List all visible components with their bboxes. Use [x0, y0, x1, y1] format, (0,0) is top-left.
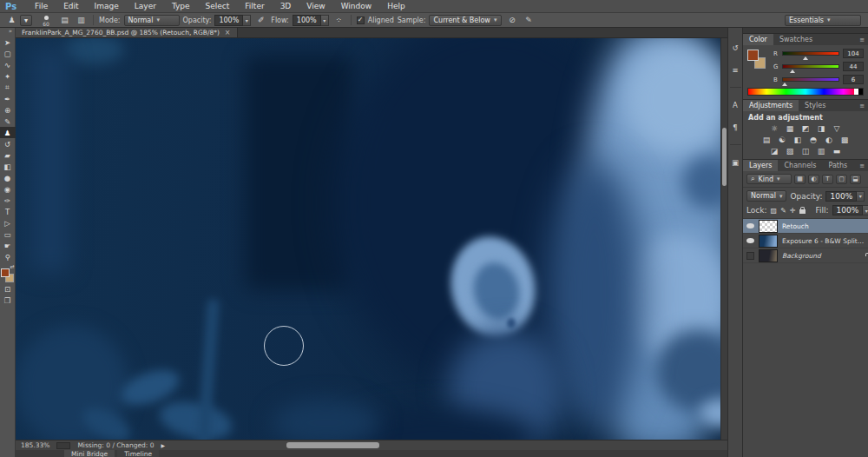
- ignore-adjustment-layers-icon[interactable]: ⊘: [505, 15, 518, 26]
- levels-icon[interactable]: ▦: [784, 123, 797, 134]
- document-tab[interactable]: FranklinPark_A_MG_2760_BB.psd @ 185% (Re…: [16, 28, 238, 37]
- filter-smart-objects-icon[interactable]: ⬓: [850, 175, 861, 184]
- quick-mask-button[interactable]: ⊡: [0, 283, 16, 295]
- layer-row-background[interactable]: Background: [743, 248, 868, 263]
- hue-saturation-icon[interactable]: ▤: [760, 135, 773, 145]
- posterize-icon[interactable]: ▨: [784, 146, 797, 156]
- tools-collapse-button[interactable]: »: [9, 28, 15, 36]
- menu-select[interactable]: Select: [198, 2, 238, 10]
- quick-selection-tool[interactable]: ✦: [0, 70, 16, 82]
- selective-color-icon[interactable]: ▬: [831, 146, 844, 156]
- zoom-percentage[interactable]: 185.33%: [21, 441, 49, 449]
- close-icon[interactable]: ×: [225, 29, 231, 36]
- gradient-map-icon[interactable]: ▥: [815, 146, 828, 156]
- vibrance-icon[interactable]: ▽: [831, 123, 844, 134]
- panel-menu-icon[interactable]: ≡: [856, 160, 868, 171]
- sample-dropdown[interactable]: Current & Below ▾: [429, 15, 502, 26]
- tab-channels[interactable]: Channels: [778, 160, 822, 171]
- menu-file[interactable]: File: [27, 2, 56, 10]
- vertical-scrollbar[interactable]: [720, 38, 727, 440]
- dodge-tool[interactable]: ◉: [0, 183, 16, 195]
- toggle-brush-panel-icon[interactable]: ▤: [58, 15, 71, 26]
- menu-3d[interactable]: 3D: [273, 2, 299, 10]
- layer-thumbnail[interactable]: [759, 220, 778, 233]
- opacity-field[interactable]: 100% ▾: [214, 15, 251, 26]
- blue-slider-thumb[interactable]: [782, 83, 787, 86]
- green-value[interactable]: 44: [843, 62, 864, 71]
- layer-visibility-toggle[interactable]: [743, 252, 757, 260]
- menu-view[interactable]: View: [299, 2, 332, 10]
- properties-panel-icon[interactable]: ≡: [729, 64, 742, 76]
- layer-opacity-field[interactable]: 100% ▾: [825, 191, 865, 202]
- history-panel-icon[interactable]: ↺: [729, 42, 742, 53]
- eraser-tool[interactable]: ▰: [0, 149, 16, 161]
- airbrush-icon[interactable]: ⁘: [332, 15, 345, 26]
- tab-adjustments[interactable]: Adjustments: [743, 100, 799, 111]
- menu-window[interactable]: Window: [333, 2, 380, 10]
- brush-tool[interactable]: ✎: [0, 116, 16, 127]
- gradient-tool[interactable]: ◧: [0, 161, 16, 172]
- green-slider[interactable]: [782, 64, 839, 69]
- menu-image[interactable]: Image: [87, 2, 127, 10]
- layer-row-retouch[interactable]: Retouch: [743, 219, 868, 234]
- color-balance-icon[interactable]: ☯: [776, 135, 789, 145]
- foreground-color-swatch[interactable]: [1, 268, 10, 277]
- lock-position-icon[interactable]: ✛: [790, 206, 796, 215]
- flow-field[interactable]: 100% ▾: [293, 15, 329, 26]
- menu-filter[interactable]: Filter: [237, 2, 272, 10]
- layer-visibility-toggle[interactable]: [743, 238, 757, 243]
- foreground-color-swatch[interactable]: [747, 50, 759, 61]
- filter-shape-layers-icon[interactable]: ▢: [836, 175, 847, 184]
- pressure-opacity-icon[interactable]: ✐: [254, 15, 267, 26]
- blue-slider[interactable]: [782, 77, 839, 82]
- tab-mini-bridge[interactable]: Mini Bridge: [64, 450, 115, 457]
- swap-colors-icon[interactable]: ⇄: [10, 263, 14, 269]
- lock-pixels-icon[interactable]: ✎: [780, 206, 786, 215]
- panel-menu-icon[interactable]: ≡: [856, 100, 868, 111]
- image-canvas[interactable]: [16, 38, 720, 440]
- shape-tool[interactable]: ▭: [0, 228, 16, 240]
- tab-timeline[interactable]: Timeline: [117, 450, 159, 457]
- filter-type-layers-icon[interactable]: T: [822, 175, 833, 184]
- brush-pressure-icon[interactable]: ✎: [522, 15, 535, 26]
- red-slider-thumb[interactable]: [803, 56, 808, 60]
- filter-adjustment-layers-icon[interactable]: ◐: [808, 175, 819, 184]
- layer-row-exposure[interactable]: Exposure 6 - B&W Split Toning - Cy...: [743, 234, 868, 248]
- paragraph-panel-icon[interactable]: ¶: [729, 122, 742, 133]
- mode-dropdown[interactable]: Normal ▾: [124, 15, 180, 26]
- hand-tool[interactable]: ☛: [0, 240, 16, 251]
- blue-value[interactable]: 6: [843, 75, 864, 84]
- workspace-switcher[interactable]: Essentials ▾: [785, 15, 861, 26]
- vertical-scrollbar-thumb[interactable]: [722, 128, 727, 186]
- lock-all-icon[interactable]: [799, 206, 806, 215]
- layer-thumbnail[interactable]: [759, 249, 778, 262]
- brightness-contrast-icon[interactable]: ☼: [768, 123, 781, 134]
- menu-layer[interactable]: Layer: [127, 2, 164, 10]
- green-slider-thumb[interactable]: [790, 70, 795, 73]
- threshold-icon[interactable]: ◫: [799, 146, 812, 156]
- color-spectrum-ramp[interactable]: [747, 88, 864, 96]
- toggle-clone-source-panel-icon[interactable]: ▥: [75, 15, 88, 26]
- type-tool[interactable]: T: [0, 206, 16, 217]
- lock-transparency-icon[interactable]: ▨: [771, 206, 778, 215]
- eyedropper-tool[interactable]: ✒: [0, 93, 16, 104]
- menu-type[interactable]: Type: [164, 2, 198, 10]
- blur-tool[interactable]: ●: [0, 172, 16, 183]
- layer-visibility-toggle[interactable]: [743, 223, 757, 228]
- tab-layers[interactable]: Layers: [743, 160, 778, 171]
- move-tool[interactable]: ➤: [0, 36, 16, 48]
- pen-tool[interactable]: ✑: [0, 195, 16, 206]
- character-panel-icon[interactable]: A: [729, 99, 742, 110]
- curves-icon[interactable]: ◩: [799, 123, 812, 134]
- filter-kind-dropdown[interactable]: ⌕ Kind ▾: [746, 174, 792, 184]
- horizontal-scrollbar-thumb[interactable]: [286, 442, 379, 448]
- status-play-icon[interactable]: ▶: [161, 442, 165, 448]
- status-options-box[interactable]: [56, 442, 70, 449]
- history-brush-tool[interactable]: ↺: [0, 138, 16, 149]
- crop-tool[interactable]: ⌗: [0, 82, 16, 93]
- menu-edit[interactable]: Edit: [56, 2, 86, 10]
- spot-healing-brush-tool[interactable]: ⊕: [0, 104, 16, 116]
- aligned-checkbox[interactable]: ✓: [357, 17, 365, 24]
- brush-preset-picker[interactable]: 60: [37, 14, 55, 26]
- menu-help[interactable]: Help: [379, 2, 413, 10]
